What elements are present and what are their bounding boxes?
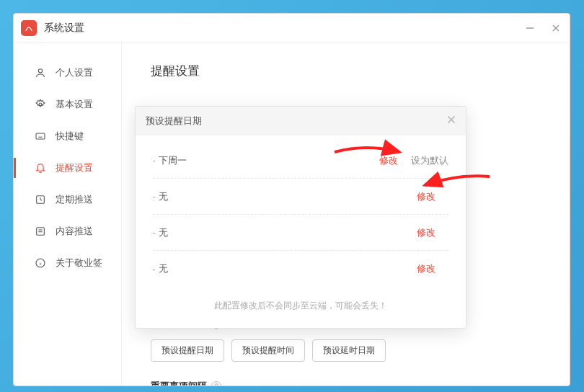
close-button[interactable] <box>549 22 562 35</box>
edit-link[interactable]: 修改 <box>417 226 435 239</box>
bullet-icon: · <box>153 191 156 202</box>
sidebar-item-label: 个人设置 <box>56 66 93 79</box>
window-controls <box>523 22 562 35</box>
app-logo-icon <box>21 20 37 36</box>
titlebar: 系统设置 <box>14 14 570 43</box>
modal-row: · 无 修改 <box>153 215 448 251</box>
gear-icon <box>34 98 47 111</box>
important-interval-text: 重要事项间隔 <box>151 380 207 386</box>
sidebar-item-about[interactable]: 关于敬业签 <box>14 247 121 279</box>
sidebar-item-content-push[interactable]: 内容推送 <box>14 215 121 247</box>
modal-row: · 无 修改 <box>153 251 448 287</box>
app-title: 系统设置 <box>44 22 523 35</box>
info-icon <box>34 257 47 270</box>
bullet-icon: · <box>153 264 156 275</box>
edit-link[interactable]: 修改 <box>379 154 398 167</box>
preset-button-row: 预设提醒日期 预设提醒时间 预设延时日期 <box>151 339 541 362</box>
row-label: 无 <box>159 190 417 203</box>
modal-body: · 下周一 修改 设为默认 · 无 修改 · 无 修改 · 无 修改 <box>136 135 466 287</box>
sidebar-item-basic[interactable]: 基本设置 <box>14 89 121 120</box>
sidebar-item-label: 基本设置 <box>56 98 93 111</box>
sidebar-item-personal[interactable]: 个人设置 <box>14 57 121 89</box>
row-label: 下周一 <box>159 154 379 167</box>
bullet-icon: · <box>153 155 156 166</box>
svg-point-3 <box>38 69 42 73</box>
modal-row: · 下周一 修改 设为默认 <box>153 143 448 179</box>
edit-link[interactable]: 修改 <box>417 262 435 275</box>
modal-footer-note: 此配置修改后不会同步至云端，可能会丢失！ <box>136 287 466 328</box>
set-default-link[interactable]: 设为默认 <box>411 154 448 167</box>
sidebar-item-shortcut[interactable]: 快捷键 <box>14 120 121 152</box>
sidebar-item-label: 关于敬业签 <box>56 257 102 270</box>
app-window: 系统设置 个人设置 基本设置 快捷键 <box>13 13 570 386</box>
edit-link[interactable]: 修改 <box>417 190 435 203</box>
important-interval-label: 重要事项间隔 ? <box>151 380 221 386</box>
keyboard-icon <box>34 130 47 143</box>
modal-header: 预设提醒日期 <box>136 107 466 135</box>
person-icon <box>34 66 47 79</box>
row-label: 无 <box>159 226 417 239</box>
modal-row: · 无 修改 <box>153 179 448 215</box>
sidebar: 个人设置 基本设置 快捷键 提醒设置 定期推送 内容推送 <box>14 43 122 386</box>
help-icon[interactable]: ? <box>211 381 221 386</box>
clock-box-icon <box>34 193 47 206</box>
preset-date-modal: 预设提醒日期 · 下周一 修改 设为默认 · 无 修改 · 无 修改 <box>135 106 466 329</box>
sidebar-item-label: 提醒设置 <box>56 161 93 174</box>
bell-icon <box>34 161 47 174</box>
modal-title: 预设提醒日期 <box>146 115 202 128</box>
preset-delay-button[interactable]: 预设延时日期 <box>312 339 386 362</box>
row-label: 无 <box>159 262 417 275</box>
sidebar-item-label: 内容推送 <box>56 225 93 238</box>
sidebar-item-reminder[interactable]: 提醒设置 <box>14 152 121 184</box>
svg-rect-5 <box>36 133 45 139</box>
page-heading: 提醒设置 <box>151 63 541 79</box>
bullet-icon: · <box>153 227 156 238</box>
sidebar-item-label: 定期推送 <box>56 193 93 206</box>
sidebar-item-scheduled-push[interactable]: 定期推送 <box>14 184 121 215</box>
sidebar-item-label: 快捷键 <box>56 130 84 143</box>
content-box-icon <box>34 225 47 238</box>
modal-close-button[interactable] <box>446 114 459 127</box>
minimize-button[interactable] <box>523 22 536 35</box>
preset-time-button[interactable]: 预设提醒时间 <box>231 339 305 362</box>
preset-date-button[interactable]: 预设提醒日期 <box>151 339 224 362</box>
svg-rect-11 <box>37 228 45 236</box>
